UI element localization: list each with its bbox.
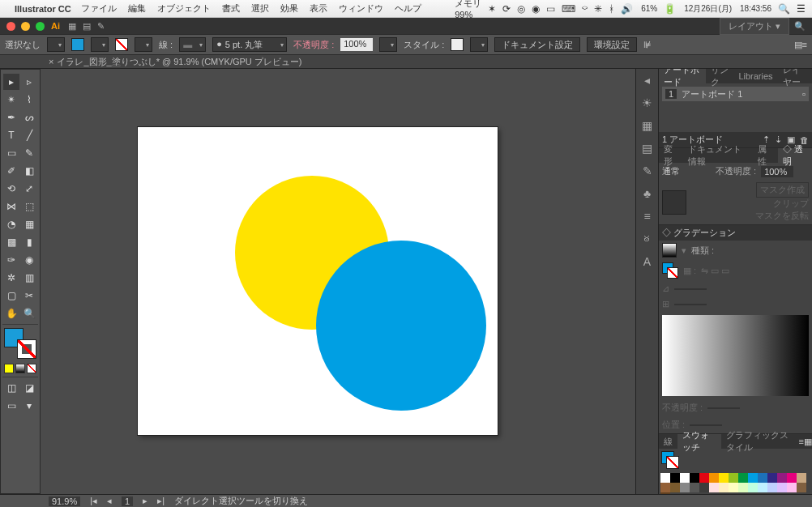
stroke-swatch[interactable] bbox=[115, 38, 128, 51]
battery-icon[interactable]: 🔋 bbox=[664, 3, 676, 15]
hand-tool[interactable]: ✋ bbox=[3, 305, 19, 322]
rectangle-tool[interactable]: ▭ bbox=[3, 145, 19, 161]
swatch-chip[interactable] bbox=[680, 483, 690, 492]
notifications-icon[interactable]: ☰ bbox=[797, 3, 806, 15]
eyedropper-tool[interactable]: ✑ bbox=[3, 252, 19, 268]
nav-first-icon[interactable]: |◂ bbox=[90, 496, 97, 506]
brush-dropdown[interactable]: ● 5 pt. 丸筆 bbox=[212, 37, 287, 52]
gradient-fillstroke[interactable] bbox=[662, 262, 678, 279]
swatch-chip[interactable] bbox=[797, 473, 806, 483]
bluetooth-icon[interactable]: ᚼ bbox=[609, 3, 614, 15]
tab-attributes[interactable]: 属性 bbox=[753, 148, 777, 163]
clip-check[interactable]: クリップ bbox=[691, 198, 809, 210]
canvas[interactable] bbox=[41, 69, 635, 494]
symbol-sprayer-tool[interactable]: ✲ bbox=[3, 270, 19, 286]
style-dropdown[interactable] bbox=[470, 37, 488, 52]
swatch-grid-view-icon[interactable]: ▦ bbox=[804, 437, 812, 447]
artboard-options-icon[interactable]: ▫ bbox=[802, 89, 806, 99]
nav-prev-icon[interactable]: ◂ bbox=[107, 496, 112, 506]
swatch-chip[interactable] bbox=[670, 473, 680, 483]
document-setup-button[interactable]: ドキュメント設定 bbox=[494, 37, 580, 52]
gradient-aspect[interactable] bbox=[674, 304, 707, 305]
opacity-field[interactable]: 100% bbox=[340, 38, 373, 51]
swatch-chip[interactable] bbox=[690, 473, 699, 483]
swatch-chip[interactable] bbox=[738, 473, 748, 483]
scale-tool[interactable]: ⤢ bbox=[21, 181, 37, 197]
swatch-grid[interactable] bbox=[659, 471, 812, 494]
swatch-chip[interactable] bbox=[767, 473, 777, 483]
mask-thumb[interactable] bbox=[662, 190, 686, 215]
expand-panels-icon[interactable]: ◂ bbox=[644, 74, 650, 87]
tab-libraries[interactable]: Libraries bbox=[733, 69, 777, 83]
swatch-chip[interactable] bbox=[787, 473, 797, 483]
lasso-tool[interactable]: ⌇ bbox=[21, 92, 37, 108]
minimize-button[interactable] bbox=[21, 22, 30, 31]
swatch-chip[interactable] bbox=[748, 483, 758, 492]
swatch-chip[interactable] bbox=[660, 483, 670, 492]
tab-transparency[interactable]: ◇ 透明 bbox=[778, 148, 812, 163]
fill-stroke-control[interactable] bbox=[2, 328, 38, 359]
draw-mode-normal[interactable]: ◫ bbox=[3, 380, 19, 396]
swatch-chip[interactable] bbox=[748, 473, 758, 483]
swatches-panel-icon[interactable]: ▤ bbox=[642, 142, 652, 155]
preferences-button[interactable]: 環境設定 bbox=[587, 37, 637, 52]
swatch-chip[interactable] bbox=[690, 483, 699, 492]
brushes-panel-icon[interactable]: ✎ bbox=[643, 164, 652, 177]
swatch-chip[interactable] bbox=[719, 473, 729, 483]
blue-circle-shape[interactable] bbox=[316, 241, 486, 411]
evernote-icon[interactable]: ✶ bbox=[488, 3, 496, 15]
swatch-chip[interactable] bbox=[777, 473, 787, 483]
tab-artboards[interactable]: アートボード bbox=[659, 69, 706, 83]
tab-docinfo[interactable]: ドキュメント情報 bbox=[683, 148, 753, 163]
tab-graphic-styles[interactable]: グラフィックスタイル bbox=[721, 434, 799, 449]
cc-icon[interactable]: ◎ bbox=[517, 3, 525, 15]
artboard-nav[interactable]: 1 bbox=[122, 496, 133, 506]
make-mask-button[interactable]: マスク作成 bbox=[756, 182, 809, 198]
color-guide-icon[interactable]: ▦ bbox=[642, 119, 652, 132]
arrange-icon[interactable]: ✎ bbox=[97, 21, 105, 32]
opacity-dropdown[interactable] bbox=[379, 37, 397, 52]
menu-effect[interactable]: 効果 bbox=[280, 2, 298, 15]
gradient-swatch[interactable] bbox=[662, 243, 677, 258]
swatch-chip[interactable] bbox=[758, 473, 767, 483]
free-transform-tool[interactable]: ⬚ bbox=[21, 198, 37, 215]
app-name[interactable]: Illustrator CC bbox=[15, 4, 71, 14]
wifi-icon[interactable]: ⌔ bbox=[582, 3, 588, 15]
panel-menu-icon[interactable]: ▤≡ bbox=[794, 40, 807, 50]
close-button[interactable] bbox=[6, 22, 15, 31]
menu-window[interactable]: ウィンドウ bbox=[339, 2, 383, 15]
swatch-chip[interactable] bbox=[729, 473, 738, 483]
blend-mode-dropdown[interactable]: 通常 bbox=[662, 165, 711, 177]
stroke-dropdown[interactable] bbox=[135, 37, 152, 52]
display-icon[interactable]: ▭ bbox=[546, 3, 555, 15]
menu-select[interactable]: 選択 bbox=[251, 2, 269, 15]
swatch-chip[interactable] bbox=[660, 473, 670, 483]
stock-icon[interactable]: ▤ bbox=[83, 21, 91, 32]
menu-help[interactable]: ヘルプ bbox=[395, 2, 421, 15]
swatch-chip[interactable] bbox=[767, 483, 777, 492]
character-panel-icon[interactable]: A bbox=[643, 255, 651, 268]
swatch-chip[interactable] bbox=[699, 473, 709, 483]
swatch-chip[interactable] bbox=[719, 483, 729, 492]
tab-close-icon[interactable]: × bbox=[49, 57, 53, 66]
swatch-chip[interactable] bbox=[738, 483, 748, 492]
selection-dropdown[interactable] bbox=[47, 37, 65, 52]
artboard-row[interactable]: 1 アートボード 1 ▫ bbox=[662, 87, 809, 101]
direct-selection-tool[interactable]: ▹ bbox=[21, 74, 37, 90]
menu-object[interactable]: オブジェクト bbox=[157, 2, 211, 15]
artboard-tool[interactable]: ▢ bbox=[3, 288, 19, 304]
screen-mode-dropdown[interactable]: ▾ bbox=[21, 398, 37, 414]
screen-mode[interactable]: ▭ bbox=[3, 398, 19, 414]
align-icon[interactable]: ⊯ bbox=[643, 40, 652, 50]
stroke-weight[interactable]: ▬ bbox=[179, 37, 206, 52]
color-panel-icon[interactable]: ☀ bbox=[642, 96, 652, 109]
rays-icon[interactable]: ✳ bbox=[594, 3, 602, 15]
stop-opacity[interactable] bbox=[707, 407, 740, 409]
chat-icon[interactable]: ◉ bbox=[532, 3, 540, 15]
search-icon[interactable]: 🔍 bbox=[794, 21, 806, 32]
nav-last-icon[interactable]: ▸| bbox=[157, 496, 165, 506]
zoom-tool[interactable]: 🔍 bbox=[21, 305, 37, 322]
layout-dropdown[interactable]: レイアウト ▾ bbox=[720, 18, 789, 35]
tab-transform[interactable]: 変形 bbox=[659, 148, 683, 163]
swatch-chip[interactable] bbox=[680, 473, 690, 483]
